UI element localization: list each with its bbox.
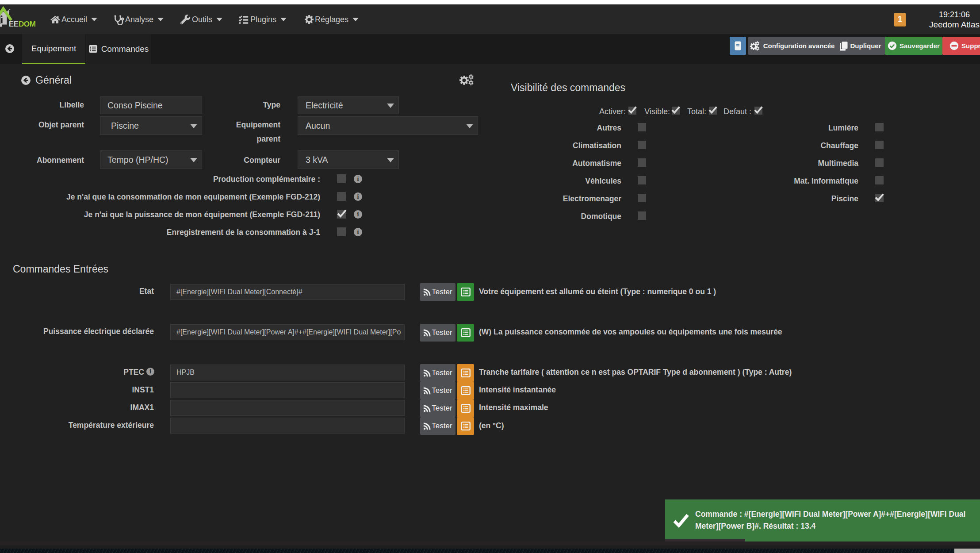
svg-text:EEDOM: EEDOM	[9, 20, 36, 28]
